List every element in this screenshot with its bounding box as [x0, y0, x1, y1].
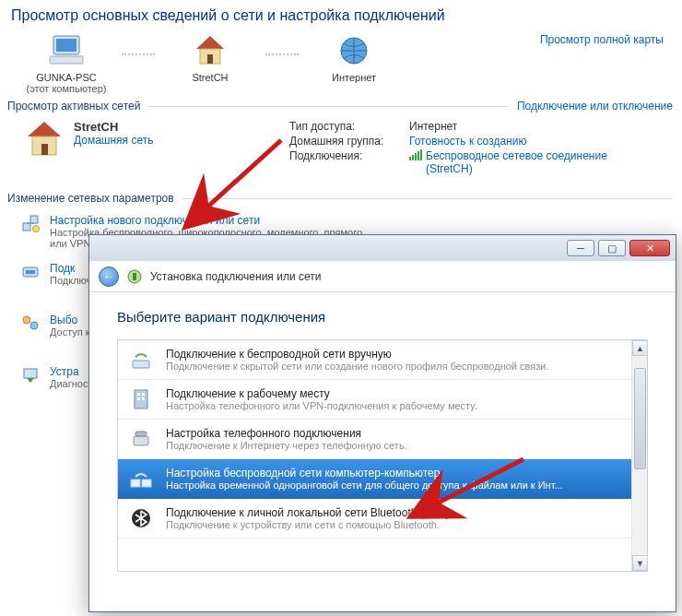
network-name: StretCH	[74, 120, 153, 134]
option-title: Подключение к беспроводной сети вручную	[166, 348, 548, 361]
heading-text: Изменение сетевых параметров	[7, 192, 174, 205]
map-node-internet: Интернет	[299, 31, 409, 83]
svg-rect-13	[417, 151, 419, 160]
connect-icon	[20, 262, 41, 286]
option-title: Настройка телефонного подключения	[166, 427, 407, 440]
view-full-map-link[interactable]: Просмотр полной карты	[540, 33, 664, 46]
active-networks-heading: Просмотр активных сетей Подключение или …	[0, 94, 682, 114]
close-button[interactable]: ✕	[629, 240, 670, 256]
map-node-label: Интернет	[299, 72, 409, 83]
titlebar: ─ ▢ ✕	[89, 235, 676, 261]
phone-icon	[127, 427, 155, 451]
homegroup-label: Домашняя группа:	[289, 135, 409, 148]
option-workplace[interactable]: Подключение к рабочему месту Настройка т…	[118, 380, 647, 420]
svg-rect-10	[409, 157, 411, 160]
svg-point-18	[33, 226, 40, 232]
svg-rect-14	[420, 149, 422, 160]
option-dialup[interactable]: Настройка телефонного подключения Подклю…	[118, 420, 647, 459]
svg-rect-11	[412, 155, 414, 160]
bluetooth-icon	[127, 506, 155, 530]
svg-rect-27	[133, 361, 149, 368]
wizard-header-text: Установка подключения или сети	[150, 270, 321, 283]
house-icon	[24, 120, 65, 177]
connections-label: Подключения:	[289, 149, 409, 175]
network-map: GUNKA-PSC (этот компьютер) StretCH Интер…	[0, 28, 682, 94]
option-title: Подключение к рабочему месту	[166, 387, 477, 400]
scroll-thumb[interactable]	[634, 368, 646, 469]
wizard-window: ─ ▢ ✕ ← Установка подключения или сети В…	[88, 234, 676, 612]
option-bluetooth[interactable]: Подключение к личной локальной сети Blue…	[118, 499, 647, 539]
option-adhoc[interactable]: Настройка беспроводной сети компьютер-ко…	[118, 459, 647, 499]
connect-disconnect-link[interactable]: Подключение или отключение	[517, 100, 673, 113]
svg-marker-3	[196, 36, 224, 49]
scrollbar[interactable]: ▲ ▼	[631, 340, 647, 571]
minimize-button[interactable]: ─	[567, 240, 594, 256]
svg-marker-24	[27, 378, 34, 383]
divider	[147, 106, 508, 107]
heading-text: Просмотр активных сетей	[7, 100, 140, 113]
shield-network-icon	[126, 268, 143, 285]
map-node-router: StretCH	[155, 31, 265, 83]
homegroup-link[interactable]: Готовность к созданию	[409, 135, 526, 148]
svg-point-22	[30, 322, 38, 329]
scroll-down-button[interactable]: ▼	[632, 555, 648, 571]
option-manual-wireless[interactable]: Подключение к беспроводной сети вручную …	[118, 340, 647, 380]
svg-rect-30	[142, 393, 145, 396]
svg-rect-36	[142, 480, 151, 487]
svg-rect-34	[135, 432, 147, 436]
svg-rect-32	[142, 397, 145, 400]
access-type-label: Тип доступа:	[289, 120, 409, 133]
option-list: Подключение к беспроводной сети вручную …	[117, 339, 648, 572]
change-settings-heading: Изменение сетевых параметров	[0, 186, 682, 207]
option-desc: Подключение к Интернету через телефонную…	[166, 440, 407, 451]
svg-rect-29	[137, 393, 140, 396]
svg-rect-31	[137, 397, 140, 400]
svg-rect-28	[135, 390, 147, 409]
building-icon	[127, 387, 155, 411]
access-type-value: Интернет	[409, 120, 457, 133]
svg-rect-9	[41, 144, 48, 155]
active-network-panel: StretCH Домашняя сеть Тип доступа: Интер…	[0, 114, 682, 186]
map-node-label: GUNKA-PSC	[11, 72, 122, 83]
scroll-up-button[interactable]: ▲	[632, 340, 648, 356]
option-title: Подключение к личной локальной сети Blue…	[166, 506, 450, 519]
map-node-label: StretCH	[155, 72, 265, 83]
map-dash	[122, 53, 155, 55]
svg-rect-1	[56, 39, 76, 52]
house-icon	[155, 31, 265, 70]
globe-icon	[299, 31, 409, 70]
svg-point-21	[23, 316, 30, 324]
wizard-title: Выберите вариант подключения	[117, 309, 648, 325]
option-desc: Подключение к скрытой сети или создание …	[166, 361, 548, 372]
option-desc: Подключение к устройству или сети с помо…	[166, 519, 450, 530]
network-profile-link[interactable]: Домашняя сеть	[74, 134, 153, 147]
map-dash	[265, 53, 299, 55]
page-title: Просмотр основных сведений о сети и наст…	[0, 0, 682, 28]
network-wizard-icon	[20, 214, 41, 249]
map-node-this-pc: GUNKA-PSC (этот компьютер)	[11, 31, 122, 94]
svg-rect-23	[24, 369, 37, 378]
svg-rect-26	[133, 273, 136, 280]
back-button[interactable]: ←	[99, 267, 119, 287]
svg-rect-5	[207, 54, 213, 64]
connection-link[interactable]: Беспроводное сетевое соединение (StretCH…	[426, 149, 610, 175]
svg-rect-15	[23, 223, 30, 231]
svg-rect-12	[415, 153, 417, 160]
wireless-icon	[127, 348, 155, 372]
svg-rect-35	[131, 480, 140, 487]
adhoc-icon	[127, 467, 155, 491]
troubleshoot-icon	[20, 365, 41, 389]
option-desc: Настройка временной одноранговой сети дл…	[166, 480, 563, 491]
svg-rect-33	[134, 436, 148, 445]
maximize-button[interactable]: ▢	[598, 240, 626, 256]
homegroup-icon	[20, 314, 41, 338]
svg-rect-2	[50, 56, 83, 64]
option-desc: Настройка телефонного или VPN-подключени…	[166, 400, 477, 411]
wizard-body: Выберите вариант подключения Подключение…	[89, 292, 676, 581]
map-node-sublabel: (этот компьютер)	[11, 83, 122, 94]
task-new-connection-link[interactable]: Настройка нового подключения или сети	[50, 214, 376, 227]
svg-rect-20	[26, 270, 35, 274]
signal-bars-icon	[409, 149, 422, 160]
computer-icon	[11, 31, 122, 70]
option-title: Настройка беспроводной сети компьютер-ко…	[166, 467, 563, 480]
